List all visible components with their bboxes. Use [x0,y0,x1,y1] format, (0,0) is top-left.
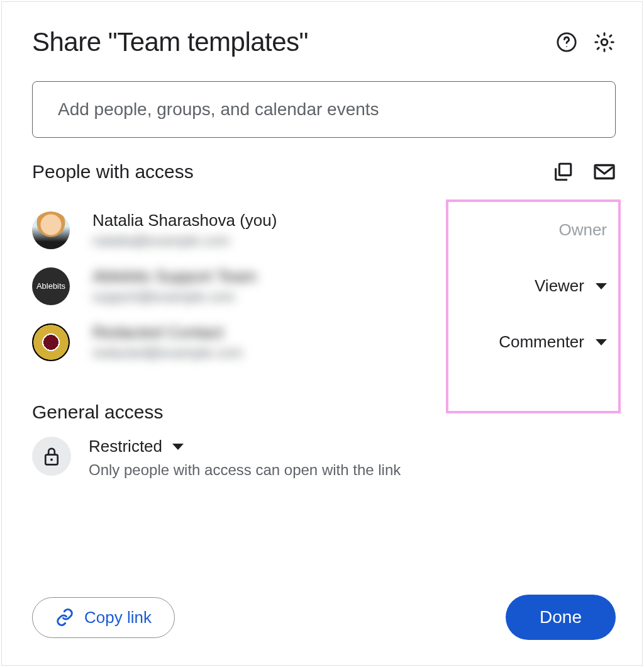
general-access-icon-container [32,437,71,476]
gear-icon [593,31,616,53]
general-access-mode: Restricted [89,437,162,456]
dialog-footer: Copy link Done [32,595,616,640]
role-dropdown[interactable]: Viewer [535,276,607,296]
copy-link-label: Copy link [84,608,152,627]
mail-icon [593,161,616,182]
chevron-down-icon [596,339,607,345]
role-label: Viewer [535,276,584,296]
add-people-input-container[interactable] [32,81,616,138]
share-dialog: Share "Team templates" People with acces… [1,1,643,666]
role-dropdown[interactable]: Commenter [499,332,607,352]
person-row: Natalia Sharashova (you) natalia@example… [32,202,616,258]
lock-icon [42,446,61,467]
svg-point-2 [601,39,608,45]
header-actions [555,31,616,53]
link-icon [55,608,74,627]
person-row: Ablebits Ablebits Support Team support@e… [32,258,616,314]
svg-rect-4 [595,165,614,179]
dialog-header: Share "Team templates" [32,27,616,57]
people-section-title: People with access [32,161,194,182]
person-row: Redacted Contact redacted@example.com Co… [32,314,616,370]
person-name: Ablebits Support Team [92,267,471,286]
help-button[interactable] [555,31,578,53]
chevron-down-icon [596,283,607,289]
person-info: Ablebits Support Team support@example.co… [92,267,471,305]
avatar-label: Ablebits [36,281,65,291]
settings-button[interactable] [593,31,616,53]
person-name: Redacted Contact [92,323,471,342]
general-access-description: Only people with access can open with th… [89,461,401,479]
person-email: natalia@example.com [92,233,471,249]
person-info: Redacted Contact redacted@example.com [92,323,471,361]
chevron-down-icon [172,444,184,450]
svg-point-1 [566,46,567,47]
people-section-header: People with access [32,160,616,183]
role-label: Commenter [499,332,584,352]
general-access-row: Restricted Only people with access can o… [32,437,616,479]
done-button[interactable]: Done [506,595,616,640]
copy-link-button[interactable]: Copy link [32,597,175,638]
role-cell: Commenter [471,332,616,352]
person-email: support@example.com [92,289,471,305]
avatar [32,323,70,361]
role-cell: Viewer [471,276,616,296]
expand-list-button[interactable] [552,160,574,183]
email-collaborators-button[interactable] [593,160,616,183]
svg-point-6 [50,459,53,461]
avatar [32,211,70,249]
person-info: Natalia Sharashova (you) natalia@example… [92,211,471,249]
avatar: Ablebits [32,267,70,305]
role-owner-label: Owner [558,220,607,240]
person-email: redacted@example.com [92,345,471,361]
add-people-input[interactable] [58,99,590,120]
done-label: Done [540,607,582,627]
general-access-info: Restricted Only people with access can o… [89,437,401,479]
copy-stack-icon [552,161,574,182]
dialog-title: Share "Team templates" [32,27,308,57]
people-list: Natalia Sharashova (you) natalia@example… [32,202,616,370]
person-name: Natalia Sharashova (you) [92,211,471,230]
role-cell: Owner [471,220,616,240]
general-access-title: General access [32,401,616,423]
people-section-actions [552,160,616,183]
svg-rect-3 [559,164,570,175]
general-access-dropdown[interactable]: Restricted [89,437,401,456]
help-icon [556,31,577,53]
